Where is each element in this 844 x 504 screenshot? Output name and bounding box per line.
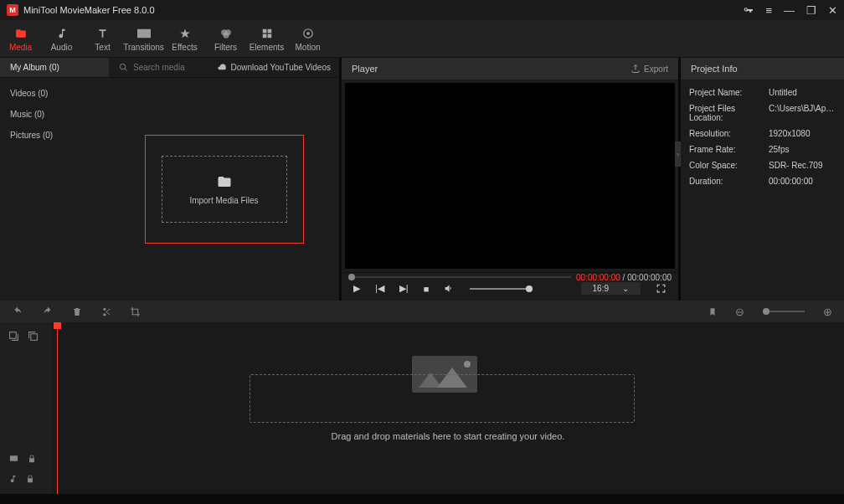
album-tab[interactable]: My Album (0): [0, 58, 109, 77]
nav-label: Elements: [250, 43, 285, 52]
timeline-dropzone[interactable]: [250, 374, 635, 423]
minimize-icon[interactable]: —: [784, 4, 795, 17]
timeline: Drag and drop materials here to start cr…: [0, 322, 844, 494]
duplicate-track-button[interactable]: [28, 331, 39, 342]
svg-rect-11: [31, 334, 38, 341]
download-youtube-link[interactable]: Download YouTube Videos: [217, 63, 331, 72]
svg-rect-5: [262, 33, 266, 38]
motion-icon: [302, 26, 314, 41]
nav-label: Motion: [295, 43, 320, 52]
timeline-hint: Drag and drop materials here to start cr…: [52, 431, 844, 441]
nav-label: Audio: [51, 43, 73, 52]
info-value: 00:00:00:00: [769, 177, 836, 186]
close-icon[interactable]: ✕: [828, 4, 837, 17]
prev-frame-button[interactable]: |◀: [375, 283, 384, 294]
video-track-icon[interactable]: [8, 454, 19, 464]
svg-rect-12: [10, 455, 18, 460]
zoom-in-button[interactable]: ⊕: [823, 306, 832, 318]
category-music[interactable]: Music (0): [0, 104, 109, 125]
playhead[interactable]: [57, 322, 58, 494]
info-key: Color Space:: [689, 161, 769, 170]
lock-icon[interactable]: [28, 454, 36, 464]
project-info-panel: › Project Info Project Name:Untitled Pro…: [681, 58, 844, 301]
nav-audio[interactable]: Audio: [41, 20, 82, 57]
nav-motion[interactable]: Motion: [287, 20, 328, 57]
top-nav: Media Audio Text Transitions Effects Fil…: [0, 20, 844, 58]
play-button[interactable]: ▶: [353, 283, 360, 294]
maximize-icon[interactable]: ❐: [806, 4, 816, 17]
info-key: Duration:: [689, 177, 769, 186]
import-dropzone[interactable]: Import Media Files: [162, 156, 287, 223]
search-input[interactable]: [133, 63, 208, 72]
redo-button[interactable]: [42, 306, 54, 316]
info-value: 25fps: [769, 145, 836, 154]
volume-slider[interactable]: [470, 288, 533, 290]
marker-button[interactable]: [708, 306, 717, 317]
info-key: Project Name:: [689, 88, 769, 97]
svg-point-9: [120, 64, 125, 69]
stop-button[interactable]: ■: [424, 284, 430, 294]
info-key: Project Files Location:: [689, 104, 769, 122]
key-icon[interactable]: [743, 5, 754, 16]
nav-effects[interactable]: Effects: [164, 20, 205, 57]
export-icon: [630, 64, 641, 74]
svg-rect-6: [267, 33, 271, 38]
next-frame-button[interactable]: ▶|: [399, 283, 409, 294]
svg-rect-3: [262, 28, 266, 33]
svg-point-8: [306, 32, 310, 35]
nav-label: Filters: [214, 43, 237, 52]
import-highlight: Import Media Files: [145, 135, 304, 244]
transitions-icon: [137, 26, 151, 41]
aspect-ratio-select[interactable]: 16:9⌄: [581, 282, 641, 295]
lock-icon[interactable]: [26, 474, 34, 484]
text-icon: [96, 26, 109, 41]
nav-media[interactable]: Media: [0, 20, 41, 57]
audio-track-icon[interactable]: [8, 474, 18, 484]
collapse-panel-button[interactable]: ›: [675, 141, 681, 167]
seek-slider[interactable]: [348, 276, 571, 278]
timeline-tracks[interactable]: Drag and drop materials here to start cr…: [52, 322, 844, 494]
zoom-slider[interactable]: [763, 311, 805, 312]
category-videos[interactable]: Videos (0): [0, 83, 109, 104]
fullscreen-button[interactable]: [656, 283, 666, 294]
info-value: 1920x1080: [769, 129, 836, 138]
menu-icon[interactable]: ≡: [765, 4, 772, 17]
nav-filters[interactable]: Filters: [205, 20, 246, 57]
elements-icon: [261, 26, 273, 41]
delete-button[interactable]: [72, 306, 82, 317]
info-key: Frame Rate:: [689, 145, 769, 154]
svg-rect-10: [10, 332, 17, 339]
media-categories: Videos (0) Music (0) Pictures (0): [0, 78, 109, 301]
nav-transitions[interactable]: Transitions: [123, 20, 164, 57]
undo-button[interactable]: [12, 306, 23, 316]
folder-icon: [14, 26, 28, 41]
info-value: Untitled: [769, 88, 836, 97]
media-panel: My Album (0) Download YouTube Videos Vid…: [0, 58, 339, 301]
crop-button[interactable]: [130, 306, 141, 317]
zoom-out-button[interactable]: ⊖: [735, 306, 744, 318]
nav-label: Text: [95, 43, 110, 52]
info-value: C:\Users\BJ\App...: [769, 104, 836, 122]
preview-area[interactable]: [345, 83, 675, 269]
nav-label: Media: [9, 43, 32, 52]
effects-icon: [179, 26, 191, 41]
timeline-track-headers: [0, 322, 52, 494]
split-button[interactable]: [100, 306, 111, 317]
svg-rect-4: [267, 28, 271, 33]
nav-label: Effects: [172, 43, 197, 52]
nav-text[interactable]: Text: [82, 20, 123, 57]
export-button[interactable]: Export: [630, 64, 668, 74]
add-track-button[interactable]: [8, 331, 19, 342]
info-title: Project Info: [691, 64, 834, 74]
volume-icon[interactable]: [444, 283, 455, 294]
category-pictures[interactable]: Pictures (0): [0, 125, 109, 146]
nav-label: Transitions: [123, 43, 164, 52]
app-logo: M: [7, 4, 18, 16]
import-label: Import Media Files: [189, 196, 258, 205]
search-icon: [119, 63, 128, 72]
export-label: Export: [644, 64, 668, 74]
filters-icon: [219, 26, 233, 41]
app-title: MiniTool MovieMaker Free 8.0.0: [23, 5, 743, 15]
player-title: Player: [352, 64, 630, 74]
nav-elements[interactable]: Elements: [246, 20, 287, 57]
